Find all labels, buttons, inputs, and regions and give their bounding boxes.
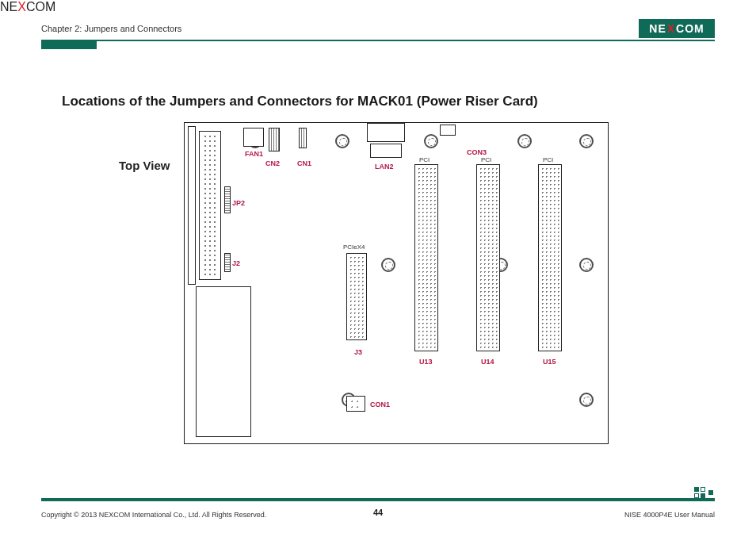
chapter-title: Chapter 2: Jumpers and Connectors <box>41 24 181 33</box>
label-u13: U13 <box>419 358 433 366</box>
label-pci1: PCI <box>419 156 430 163</box>
conn-lan2-jack <box>370 144 402 158</box>
label-j2: J2 <box>232 259 240 267</box>
pin-dots <box>203 134 217 277</box>
label-pciex4: PCIeX4 <box>343 243 365 251</box>
conn-cn1 <box>299 128 307 148</box>
page-header: Chapter 2: Jumpers and Connectors NEXCOM <box>41 17 715 40</box>
pin-dots <box>349 399 362 408</box>
label-cn2: CN2 <box>265 159 280 167</box>
conn-j2 <box>224 253 231 272</box>
brand-mid: X <box>666 22 676 35</box>
footer-logo: NEXCOM <box>0 0 756 14</box>
label-cn1: CN1 <box>297 159 311 167</box>
slot-u14 <box>476 164 500 351</box>
pin-dots <box>540 167 559 349</box>
mount-hole-icon <box>579 393 594 407</box>
pin-dots <box>479 167 498 349</box>
label-j3: J3 <box>354 348 362 356</box>
footer-rule <box>41 498 715 501</box>
brand-pre: NE <box>0 0 17 13</box>
mount-hole-icon <box>424 134 438 148</box>
slot-u13 <box>414 164 438 351</box>
brand-logo: NEXCOM <box>639 19 715 38</box>
header-tab <box>41 41 97 49</box>
brand-pre: NE <box>649 22 666 35</box>
label-con3: CON3 <box>467 148 487 156</box>
conn-cn2 <box>269 128 280 151</box>
edge-connector-left <box>199 131 221 280</box>
label-lan2: LAN2 <box>375 163 394 171</box>
manual-page: Chapter 2: Jumpers and Connectors NEXCOM… <box>0 0 756 533</box>
label-u15: U15 <box>543 358 556 366</box>
label-pci3: PCI <box>543 156 553 163</box>
view-label: Top View <box>119 159 170 172</box>
conn-con1 <box>346 396 365 412</box>
mount-hole-icon <box>517 134 532 148</box>
label-pci2: PCI <box>481 156 491 163</box>
conn-lan2-frame <box>367 123 405 142</box>
slot-u15 <box>538 164 562 351</box>
mount-hole-icon <box>335 134 349 148</box>
card-extension <box>196 286 251 437</box>
section-title: Locations of the Jumpers and Connectors … <box>62 94 538 109</box>
pin-dots <box>417 167 436 349</box>
brand-post: COM <box>26 0 55 13</box>
mount-hole-icon <box>381 258 395 272</box>
footer-pixels-icon <box>694 487 715 498</box>
label-u14: U14 <box>481 358 494 366</box>
mount-hole-icon <box>579 258 594 272</box>
conn-jp2 <box>224 186 231 213</box>
slot-pciex4 <box>346 253 367 340</box>
mount-hole-icon <box>579 134 594 148</box>
page-number: 44 <box>0 508 756 517</box>
conn-con3 <box>440 125 456 136</box>
label-jp2: JP2 <box>232 199 245 207</box>
brand-post: COM <box>676 22 704 35</box>
brand-mid: X <box>17 0 26 13</box>
header-rule <box>41 40 715 41</box>
label-con1: CON1 <box>370 401 390 408</box>
conn-fan1 <box>243 128 264 147</box>
pin-dots <box>349 255 365 338</box>
label-fan1: FAN1 <box>245 150 263 158</box>
board-diagram: PCIeX4 PCI PCI PCI FAN1 CN2 CN1 CON3 LAN… <box>184 122 609 444</box>
bracket-rect <box>188 126 196 285</box>
